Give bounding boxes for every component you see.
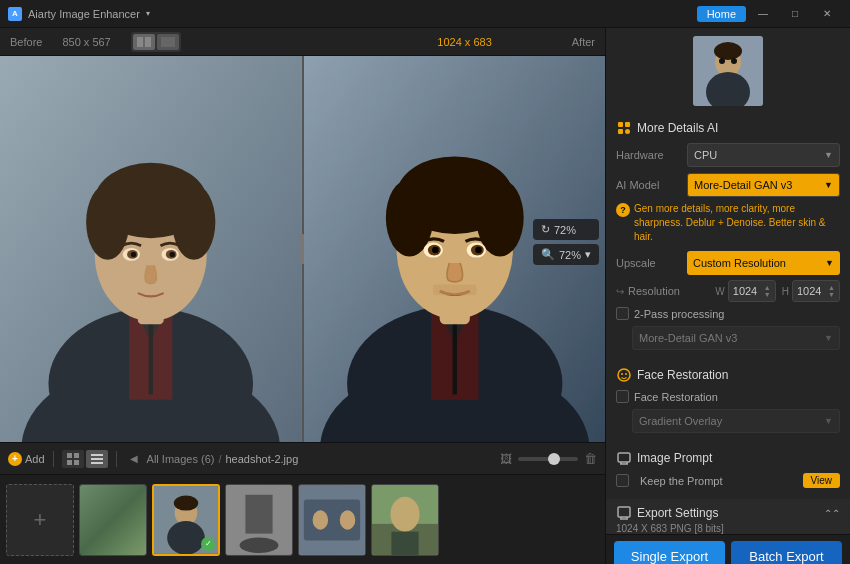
- svg-rect-2: [161, 37, 175, 47]
- svg-point-19: [131, 252, 136, 257]
- export-header: Export Settings ⌃⌃: [616, 505, 840, 521]
- svg-rect-44: [91, 458, 103, 460]
- export-collapse-button[interactable]: ⌃⌃: [824, 508, 840, 519]
- filmstrip-item-4[interactable]: [298, 484, 366, 556]
- filmstrip-item-5[interactable]: [371, 484, 439, 556]
- view-toggle[interactable]: [131, 32, 181, 52]
- zoom-icon: 🔍: [541, 248, 555, 261]
- ai-model-info-row: ? Gen more details, more clarity, more s…: [606, 200, 850, 248]
- section-header-prompt: Image Prompt: [606, 444, 850, 470]
- titlebar: A Aiarty Image Enhancer ▾ Home — □ ✕: [0, 0, 850, 28]
- svg-point-65: [719, 58, 725, 64]
- svg-rect-69: [618, 129, 623, 134]
- delete-button[interactable]: 🗑: [584, 451, 597, 466]
- keep-prompt-row: Keep the Prompt View: [606, 470, 850, 491]
- before-size: 850 x 567: [62, 36, 110, 48]
- width-spinner[interactable]: ▲ ▼: [764, 284, 771, 298]
- svg-point-55: [313, 510, 329, 529]
- width-label: W: [715, 286, 724, 297]
- upscale-dropdown-icon: ▼: [825, 258, 834, 268]
- toolbar-right: 🖼 🗑: [500, 451, 597, 466]
- image-navigation: ◀ All Images (6) / headshot-2.jpg: [125, 450, 299, 468]
- zoom-slider-thumb[interactable]: [548, 453, 560, 465]
- image-display: ↻ 72% 🔍 72% ▾: [0, 56, 605, 442]
- filmstrip-check-2: ✓: [201, 537, 215, 551]
- svg-point-71: [618, 369, 630, 381]
- filmstrip-thumb-5: [372, 485, 438, 555]
- ai-model-select[interactable]: More-Detail GAN v3 ▼: [687, 173, 840, 197]
- section-title-face: Face Restoration: [637, 368, 728, 382]
- svg-rect-68: [625, 122, 630, 127]
- upscale-value: Custom Resolution: [693, 257, 786, 269]
- width-input[interactable]: 1024 ▲ ▼: [728, 280, 776, 302]
- face-restore-select[interactable]: Gradient Overlay ▼: [632, 409, 840, 433]
- hardware-value: CPU: [694, 149, 717, 161]
- zoom-slider[interactable]: [518, 457, 578, 461]
- upscale-select[interactable]: Custom Resolution ▼: [687, 251, 840, 275]
- height-down-button[interactable]: ▼: [828, 291, 835, 298]
- height-input[interactable]: 1024 ▲ ▼: [792, 280, 840, 302]
- width-down-button[interactable]: ▼: [764, 291, 771, 298]
- nav-separator: /: [218, 453, 221, 465]
- section-title-ai: More Details AI: [637, 121, 718, 135]
- export-icon: [616, 505, 632, 521]
- hardware-dropdown-icon: ▼: [824, 150, 833, 160]
- svg-rect-45: [91, 462, 103, 464]
- face-restoration-row: Face Restoration: [606, 387, 850, 406]
- svg-rect-0: [137, 37, 143, 47]
- single-export-button[interactable]: Single Export: [614, 541, 725, 564]
- svg-rect-51: [245, 494, 272, 533]
- list-view-button[interactable]: [86, 450, 108, 468]
- hardware-row: Hardware CPU ▼: [606, 140, 850, 170]
- home-button[interactable]: Home: [697, 6, 746, 22]
- upscale-row: Upscale Custom Resolution ▼: [606, 248, 850, 278]
- action-buttons-overlay: ↻ 72% 🔍 72% ▾: [533, 219, 599, 265]
- export-title-area: Export Settings: [616, 505, 718, 521]
- view-button[interactable]: View: [803, 473, 841, 488]
- hardware-select[interactable]: CPU ▼: [687, 143, 840, 167]
- export-info: 1024 X 683 PNG [8 bits]: [616, 523, 840, 534]
- batch-export-button[interactable]: Batch Export: [731, 541, 842, 564]
- svg-rect-75: [618, 507, 630, 517]
- toolbar-separator-2: [116, 451, 117, 467]
- zoom-button[interactable]: 🔍 72% ▾: [533, 244, 599, 265]
- filmstrip-item-3[interactable]: [225, 484, 293, 556]
- right-panel: More Details AI Hardware CPU ▼ AI Model …: [605, 28, 850, 564]
- two-pass-label: 2-Pass processing: [634, 308, 725, 320]
- grid-view-button[interactable]: [62, 450, 84, 468]
- main-layout: Before 850 x 567 1024 x 683 After: [0, 28, 850, 564]
- height-spinner[interactable]: ▲ ▼: [828, 284, 835, 298]
- svg-rect-39: [67, 453, 72, 458]
- svg-point-36: [432, 247, 438, 253]
- current-filename: headshot-2.jpg: [226, 453, 299, 465]
- toggle-single-view[interactable]: [157, 34, 179, 50]
- add-label: Add: [25, 453, 45, 465]
- resolution-inputs: W 1024 ▲ ▼ H 1024 ▲: [715, 280, 840, 302]
- two-pass-model-select[interactable]: More-Detail GAN v3 ▼: [632, 326, 840, 350]
- app-dropdown-icon[interactable]: ▾: [146, 9, 150, 18]
- two-pass-checkbox[interactable]: [616, 307, 629, 320]
- refresh-button[interactable]: ↻ 72%: [533, 219, 599, 240]
- width-up-button[interactable]: ▲: [764, 284, 771, 291]
- svg-point-56: [340, 510, 356, 529]
- maximize-button[interactable]: □: [780, 4, 810, 24]
- minimize-button[interactable]: —: [748, 4, 778, 24]
- svg-rect-43: [91, 454, 103, 456]
- add-button[interactable]: + Add: [8, 452, 45, 466]
- height-label: H: [782, 286, 789, 297]
- face-restoration-checkbox[interactable]: [616, 390, 629, 403]
- before-label: Before: [10, 36, 42, 48]
- svg-rect-67: [618, 122, 623, 127]
- filmstrip-item-1[interactable]: [79, 484, 147, 556]
- toggle-split-view[interactable]: [133, 34, 155, 50]
- close-button[interactable]: ✕: [812, 4, 842, 24]
- prev-image-button[interactable]: ◀: [125, 450, 143, 468]
- svg-point-64: [714, 42, 742, 60]
- keep-prompt-checkbox[interactable]: [616, 474, 629, 487]
- hardware-label: Hardware: [616, 149, 681, 161]
- svg-point-31: [476, 179, 523, 257]
- resolution-icon: ↪: [616, 286, 624, 297]
- height-up-button[interactable]: ▲: [828, 284, 835, 291]
- filmstrip-add-button[interactable]: +: [6, 484, 74, 556]
- filmstrip-item-2[interactable]: ✓: [152, 484, 220, 556]
